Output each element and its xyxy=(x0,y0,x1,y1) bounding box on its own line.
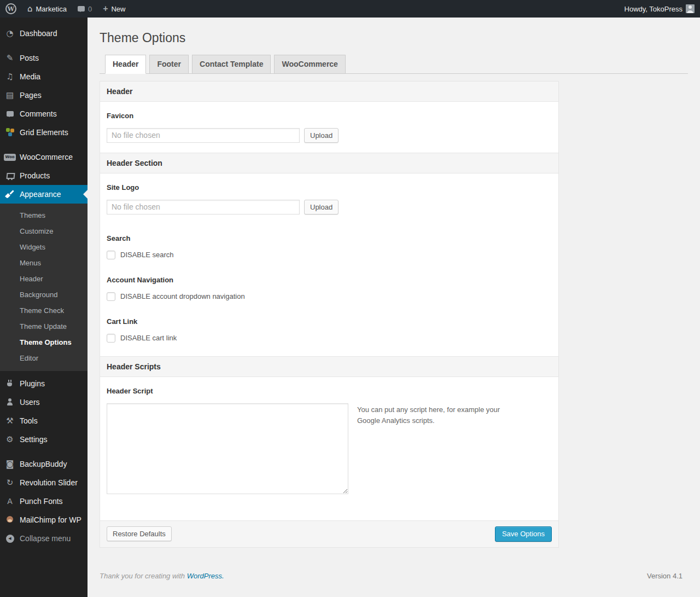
sidebar-item-label: Grid Elements xyxy=(20,128,68,137)
sidebar-item-label: Products xyxy=(20,171,50,180)
disable-search-checkbox[interactable] xyxy=(107,251,115,259)
menu-separator xyxy=(0,43,88,49)
page-title: Theme Options xyxy=(100,18,688,47)
sidebar-item-pages[interactable]: ▤ Pages xyxy=(0,86,88,105)
favicon-upload-button[interactable]: Upload xyxy=(304,128,339,143)
sidebar-item-label: MailChimp for WP xyxy=(20,515,81,524)
admin-menu: ◔ Dashboard ✎ Posts ♫ Media ▤ Pages Comm… xyxy=(0,24,88,204)
favicon-label: Favicon xyxy=(107,112,552,120)
dashboard-icon: ◔ xyxy=(4,30,15,38)
wordpress-link[interactable]: WordPress. xyxy=(187,572,224,580)
sidebar-item-dashboard[interactable]: ◔ Dashboard xyxy=(0,24,88,43)
sidebar-item-mailchimp[interactable]: MailChimp for WP xyxy=(0,511,88,529)
submenu-item-theme-check[interactable]: Theme Check xyxy=(0,303,88,318)
howdy-text: Howdy, TokoPress xyxy=(625,5,682,13)
pages-icon: ▤ xyxy=(4,91,15,100)
plus-icon: + xyxy=(103,4,108,13)
letter-a-icon: A xyxy=(4,497,15,505)
grid-elements-icon xyxy=(4,128,15,137)
submenu-item-theme-options[interactable]: Theme Options xyxy=(0,334,88,350)
footer-thanks-text: Thank you for creating with xyxy=(100,572,187,580)
section-header-scripts-title: Header Scripts xyxy=(100,356,558,377)
header-script-label: Header Script xyxy=(107,387,552,395)
new-content-menu[interactable]: + New xyxy=(97,0,131,18)
plug-shape xyxy=(5,379,14,388)
sidebar-item-grid-elements[interactable]: Grid Elements xyxy=(0,123,88,142)
home-icon: ⌂ xyxy=(27,5,33,13)
disable-cart-link-checkbox[interactable] xyxy=(107,334,115,343)
woocommerce-badge-icon: Woo xyxy=(4,154,15,161)
account-menu[interactable]: Howdy, TokoPress xyxy=(619,0,700,18)
appearance-submenu: Themes Customize Widgets Menus Header Ba… xyxy=(0,204,88,371)
tab-footer[interactable]: Footer xyxy=(149,55,189,74)
wordpress-logo-menu[interactable]: W xyxy=(0,0,22,18)
sidebar-item-woocommerce[interactable]: Woo WooCommerce xyxy=(0,148,88,166)
sidebar-item-label: Settings xyxy=(20,435,48,444)
admin-sidebar: ◔ Dashboard ✎ Posts ♫ Media ▤ Pages Comm… xyxy=(0,18,88,597)
sidebar-item-label: Tools xyxy=(20,416,38,425)
sidebar-item-punch-fonts[interactable]: A Punch Fonts xyxy=(0,492,88,511)
wordpress-logo-icon: W xyxy=(5,3,16,14)
refresh-icon: ↻ xyxy=(4,479,15,487)
submenu-item-themes[interactable]: Themes xyxy=(0,207,88,223)
sidebar-item-media[interactable]: ♫ Media xyxy=(0,67,88,86)
sidebar-item-label: Media xyxy=(20,72,40,81)
sidebar-item-label: Users xyxy=(20,398,40,407)
header-script-textarea[interactable] xyxy=(107,403,348,494)
theme-options-panel: Header Favicon Upload Header Section Sit… xyxy=(100,81,559,548)
admin-menu-lower: Plugins Users ⚒ Tools ⚙ Settings ◙ Backu… xyxy=(0,374,88,548)
submenu-item-theme-update[interactable]: Theme Update xyxy=(0,318,88,334)
account-navigation-field: Account Navigation DISABLE account dropd… xyxy=(100,276,558,308)
sidebar-item-label: WooCommerce xyxy=(20,153,73,161)
sidebar-item-posts[interactable]: ✎ Posts xyxy=(0,49,88,67)
sidebar-item-tools[interactable]: ⚒ Tools xyxy=(0,411,88,430)
grid-blobs xyxy=(5,128,14,137)
submenu-item-background[interactable]: Background xyxy=(0,287,88,303)
tab-header[interactable]: Header xyxy=(105,55,146,74)
sidebar-item-collapse-menu[interactable]: Collapse menu xyxy=(0,529,88,548)
submenu-item-header[interactable]: Header xyxy=(0,271,88,287)
sidebar-item-settings[interactable]: ⚙ Settings xyxy=(0,430,88,449)
submenu-item-customize[interactable]: Customize xyxy=(0,223,88,239)
site-logo-upload-button[interactable]: Upload xyxy=(304,200,339,215)
sidebar-item-users[interactable]: Users xyxy=(0,393,88,411)
brush-shape xyxy=(5,190,14,199)
menu-separator xyxy=(0,142,88,148)
letter-a-glyph: A xyxy=(7,497,13,505)
tab-bar: Header Footer Contact Template WooCommer… xyxy=(100,55,688,74)
submenu-item-menus[interactable]: Menus xyxy=(0,255,88,271)
page-footer: Thank you for creating with WordPress. V… xyxy=(100,572,688,580)
panel-footer: Restore Defaults Save Options xyxy=(100,520,558,547)
footer-thanks: Thank you for creating with WordPress. xyxy=(100,572,224,580)
favicon-file-input[interactable] xyxy=(107,128,300,143)
tab-contact-template[interactable]: Contact Template xyxy=(192,55,271,74)
disable-account-navigation-checkbox[interactable] xyxy=(107,292,115,301)
header-script-field: Header Script You can put any script her… xyxy=(100,387,558,520)
sidebar-item-revolution-slider[interactable]: ↻ Revolution Slider xyxy=(0,473,88,492)
sidebar-item-plugins[interactable]: Plugins xyxy=(0,374,88,393)
sidebar-item-label: Revolution Slider xyxy=(20,478,78,487)
tab-woocommerce[interactable]: WooCommerce xyxy=(274,55,345,74)
woo-badge-text: Woo xyxy=(4,154,15,161)
sidebar-item-comments[interactable]: Comments xyxy=(0,105,88,123)
site-logo-file-input[interactable] xyxy=(107,200,300,215)
search-label: Search xyxy=(107,234,552,242)
menu-separator xyxy=(0,449,88,455)
comments-shortcut[interactable]: 0 xyxy=(72,0,97,18)
submenu-item-widgets[interactable]: Widgets xyxy=(0,239,88,255)
site-name: Marketica xyxy=(36,5,67,13)
sidebar-item-label: Dashboard xyxy=(20,29,57,38)
sidebar-item-backupbuddy[interactable]: ◙ BackupBuddy xyxy=(0,455,88,473)
restore-defaults-button[interactable]: Restore Defaults xyxy=(107,526,172,541)
main-content: Theme Options Header Footer Contact Temp… xyxy=(88,18,700,591)
person-shape xyxy=(5,398,14,407)
submenu-item-editor[interactable]: Editor xyxy=(0,350,88,366)
admin-bar: W ⌂ Marketica 0 + New Howdy, TokoPress xyxy=(0,0,700,18)
avatar xyxy=(686,4,695,13)
account-navigation-label: Account Navigation xyxy=(107,276,552,284)
site-link[interactable]: ⌂ Marketica xyxy=(22,0,72,18)
sidebar-item-label: Appearance xyxy=(20,190,61,199)
sidebar-item-products[interactable]: Products xyxy=(0,166,88,185)
save-options-button[interactable]: Save Options xyxy=(495,526,552,542)
sidebar-item-appearance[interactable]: Appearance xyxy=(0,185,88,204)
